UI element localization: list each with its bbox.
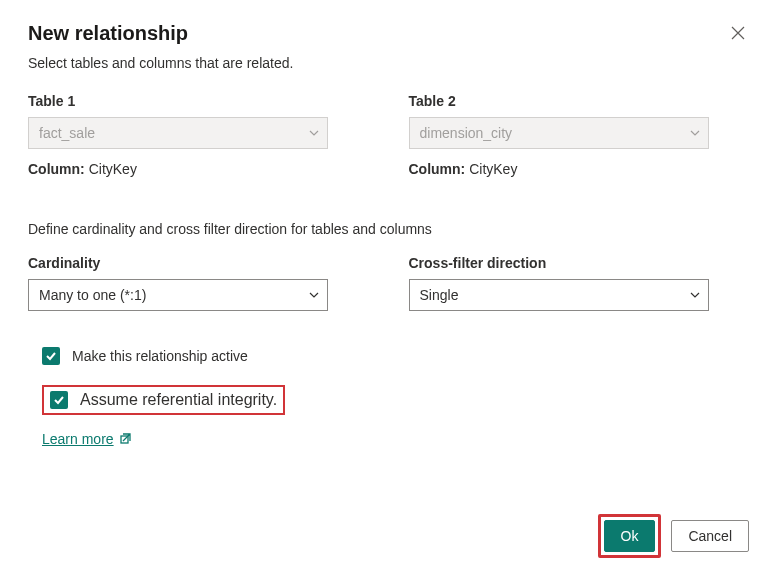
crossfilter-select[interactable]: Single [409, 279, 709, 311]
chevron-down-icon [690, 290, 700, 300]
table1-label: Table 1 [28, 93, 369, 109]
cardinality-label: Cardinality [28, 255, 369, 271]
table2-value: dimension_city [420, 125, 513, 141]
cancel-button[interactable]: Cancel [671, 520, 749, 552]
table2-select: dimension_city [409, 117, 709, 149]
table2-label: Table 2 [409, 93, 750, 109]
table2-column-value: CityKey [469, 161, 517, 177]
chevron-down-icon [309, 128, 319, 138]
cardinality-section-text: Define cardinality and cross filter dire… [28, 221, 749, 237]
checkbox-active-label: Make this relationship active [72, 348, 248, 364]
checkbox-active[interactable] [42, 347, 60, 365]
table1-value: fact_sale [39, 125, 95, 141]
cardinality-value: Many to one (*:1) [39, 287, 146, 303]
table1-column-value: CityKey [89, 161, 137, 177]
table1-column-label: Column: [28, 161, 85, 177]
checkbox-referential[interactable] [50, 391, 68, 409]
chevron-down-icon [309, 290, 319, 300]
crossfilter-value: Single [420, 287, 459, 303]
crossfilter-label: Cross-filter direction [409, 255, 750, 271]
chevron-down-icon [690, 128, 700, 138]
cardinality-select[interactable]: Many to one (*:1) [28, 279, 328, 311]
checkbox-referential-label: Assume referential integrity. [80, 391, 277, 409]
table1-select: fact_sale [28, 117, 328, 149]
learn-more-link[interactable]: Learn more [42, 431, 132, 447]
close-icon[interactable] [727, 22, 749, 44]
external-link-icon [120, 431, 132, 447]
dialog-title: New relationship [28, 22, 188, 45]
referential-integrity-highlight: Assume referential integrity. [42, 385, 285, 415]
table2-column-label: Column: [409, 161, 466, 177]
ok-button[interactable]: Ok [604, 520, 656, 552]
dialog-subtitle: Select tables and columns that are relat… [28, 55, 749, 71]
learn-more-label: Learn more [42, 431, 114, 447]
ok-button-highlight: Ok [598, 514, 662, 558]
